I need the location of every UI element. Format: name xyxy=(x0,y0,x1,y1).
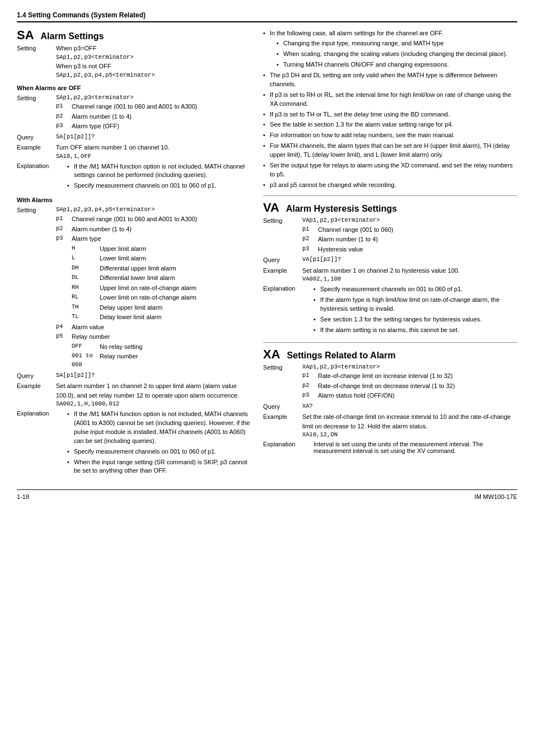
with-example-label: Example xyxy=(17,381,56,409)
with-param-p2: p2 Alarm number (1 to 4) xyxy=(56,225,252,234)
va-explanation-label: Explanation xyxy=(263,285,313,337)
sa-rb-8: Set the output type for relays to alarm … xyxy=(263,161,517,179)
off-param-p2: p2 Alarm number (1 to 4) xyxy=(56,112,252,122)
xa-code: XA xyxy=(263,348,280,361)
va-setting-row: Setting VAp1,p2,p3<terminator> p1 Channe… xyxy=(263,216,517,254)
with-expl-item-1: If the /M1 MATH function option is not i… xyxy=(67,410,252,446)
with-param-p1: p1 Channel range (001 to 060 and A001 to… xyxy=(56,214,252,224)
doc-id: IM MW100-17E xyxy=(475,493,517,500)
with-setting-row: Setting SAp1,p2,p3,p4,p5<terminator> p1 … xyxy=(17,206,252,370)
va-query-label: Query xyxy=(263,255,302,265)
sa-title: Alarm Settings xyxy=(41,31,104,41)
xa-explanation-row: Explanation Interval is set using the un… xyxy=(263,441,517,454)
sa-line4: SAp1,p2,p3,p4,p5<terminator> xyxy=(56,71,252,80)
xa-param-p3: p3 Alarm status hold (OFF/ON) xyxy=(302,391,517,400)
xa-explanation-content: Interval is set using the units of the m… xyxy=(313,441,517,454)
va-example-label: Example xyxy=(263,266,302,284)
xa-explanation-text: Interval is set using the units of the m… xyxy=(313,441,517,454)
sa-setting-row: Setting When p3=OFF SAp1,p2,p3<terminato… xyxy=(17,44,252,80)
with-example-content: Set alarm number 1 on channel 2 to upper… xyxy=(56,381,252,409)
off-expl-item-1: If the /M1 MATH function option is not i… xyxy=(67,162,252,180)
sa-rb-9: p3 and p5 cannot be changed while record… xyxy=(263,181,517,190)
va-title-row: VA Alarm Hysteresis Settings xyxy=(263,202,517,214)
va-expl-item-1: Specify measurement channels on 001 to 0… xyxy=(313,285,517,294)
sa-line3: When p3 is not OFF xyxy=(56,62,252,71)
off-example-text: Turn OFF alarm number 1 on channel 10. xyxy=(56,143,252,152)
page-number: 1-18 xyxy=(17,493,29,500)
xa-example-label: Example xyxy=(263,412,302,440)
xa-example-content: Set the rate-of-change limit on increase… xyxy=(302,412,517,440)
off-param-p3: p3 Alarm type (OFF) xyxy=(56,122,252,131)
sa-rb-5: See the table in section 1.3 for the ala… xyxy=(263,120,517,129)
va-title: Alarm Hysteresis Settings xyxy=(286,204,397,214)
off-setting-label: Setting xyxy=(17,94,56,132)
off-setting-mono: SAp1,p2,p3<terminator> xyxy=(56,94,252,102)
va-example-content: Set alarm number 1 on channel 2 to hyste… xyxy=(302,266,517,284)
xa-title-row: XA Settings Related to Alarm xyxy=(263,348,517,361)
sa-rb-3: If p3 is set to RH or RL, set the interv… xyxy=(263,91,517,109)
off-setting-content: SAp1,p2,p3<terminator> p1 Channel range … xyxy=(56,94,252,132)
off-explanation-list: If the /M1 MATH function option is not i… xyxy=(67,162,252,191)
xa-param-p1: p1 Rate-of-change limit on increase inte… xyxy=(302,371,517,381)
relay-off: OFF No relay setting xyxy=(72,342,252,352)
sa-rb-6: For information on how to add relay numb… xyxy=(263,131,517,140)
with-explanation-label: Explanation xyxy=(17,410,67,478)
sa-setting-content: When p3=OFF SAp1,p2,p3<terminator> When … xyxy=(56,44,252,80)
subtype-DL: DL Differential lower limit alarm xyxy=(72,273,252,283)
subtype-RL: RL Lower limit on rate-of-change alarm xyxy=(72,293,252,302)
page-footer: 1-18 IM MW100-17E xyxy=(17,489,517,500)
off-explanation-content: If the /M1 MATH function option is not i… xyxy=(67,162,252,193)
with-setting-mono: SAp1,p2,p3,p4,p5<terminator> xyxy=(56,206,252,214)
xa-example-mono: XA10,12,ON xyxy=(302,431,517,440)
with-query-mono: SA[p1[p2]]? xyxy=(56,371,252,381)
subtype-TH: TH Delay upper limit alarm xyxy=(72,303,252,312)
xa-setting-row: Setting XAp1,p2,p3<terminator> p1 Rate-o… xyxy=(263,363,517,401)
sa-code: SA xyxy=(17,29,34,41)
sa-rb-1a: Changing the input type, measuring range… xyxy=(270,39,517,48)
off-setting-row: Setting SAp1,p2,p3<terminator> p1 Channe… xyxy=(17,94,252,132)
subtype-RH: RH Upper limit on rate-of-change alarm xyxy=(72,283,252,293)
va-code: VA xyxy=(263,202,279,214)
va-param-p3: p3 Hysteresis value xyxy=(302,245,517,254)
xa-setting-label: Setting xyxy=(263,363,302,401)
xa-setting-content: XAp1,p2,p3<terminator> p1 Rate-of-change… xyxy=(302,363,517,401)
xa-title: Settings Related to Alarm xyxy=(287,351,396,361)
sa-rb-1-sub: Changing the input type, measuring range… xyxy=(270,39,517,69)
with-expl-item-3: When the input range setting (SR command… xyxy=(67,458,252,476)
sa-title-row: SA Alarm Settings xyxy=(17,29,252,41)
subtype-TL: TL Delay lower limit alarm xyxy=(72,312,252,322)
sa-line2: SAp1,p2,p3<terminator> xyxy=(56,53,252,62)
off-example-mono: SA10,1,OFF xyxy=(56,152,252,161)
off-explanation-label: Explanation xyxy=(17,162,67,193)
divider-2 xyxy=(263,342,517,343)
va-explanation-content: Specify measurement channels on 001 to 0… xyxy=(313,285,517,337)
off-expl-item-2: Specify measurement channels on 001 to 0… xyxy=(67,181,252,190)
with-explanation-row: Explanation If the /M1 MATH function opt… xyxy=(17,410,252,478)
divider-1 xyxy=(263,195,517,196)
with-param-p4: p4 Alarm value xyxy=(56,323,252,332)
relay-subtypes: OFF No relay setting 001 to 060 Relay nu… xyxy=(72,342,252,370)
xa-param-p2: p2 Rate-of-change limit on decrease inte… xyxy=(302,381,517,391)
subtype-L: L Lower limit alarm xyxy=(72,254,252,263)
va-param-p2: p2 Alarm number (1 to 4) xyxy=(302,235,517,244)
with-example-row: Example Set alarm number 1 on channel 2 … xyxy=(17,381,252,409)
with-alarms-title: With Alarms xyxy=(17,197,252,203)
with-explanation-content: If the /M1 MATH function option is not i… xyxy=(67,410,252,478)
right-column: In the following case, all alarm setting… xyxy=(263,29,517,478)
off-example-content: Turn OFF alarm number 1 on channel 10. S… xyxy=(56,143,252,161)
xa-explanation-label: Explanation xyxy=(263,441,313,454)
left-column: SA Alarm Settings Setting When p3=OFF SA… xyxy=(17,29,252,478)
sa-right-bullets: In the following case, all alarm setting… xyxy=(263,29,517,190)
off-example-label: Example xyxy=(17,143,56,161)
va-example-row: Example Set alarm number 1 on channel 2 … xyxy=(263,266,517,284)
va-example-mono: VA002,1,100 xyxy=(302,275,517,284)
with-param-p5: p5 Relay number xyxy=(56,332,252,342)
xa-query-label: Query xyxy=(263,402,302,412)
xa-example-row: Example Set the rate-of-change limit on … xyxy=(263,412,517,440)
off-query-mono: SA[p1[p2]]? xyxy=(56,133,252,142)
with-example-mono: SA002,1,H,1000,012 xyxy=(56,400,252,409)
page-header: 1.4 Setting Commands (System Related) xyxy=(17,11,517,22)
xa-setting-mono: XAp1,p2,p3<terminator> xyxy=(302,363,517,372)
va-example-text: Set alarm number 1 on channel 2 to hyste… xyxy=(302,266,517,276)
when-alarms-off-title: When Alarms are OFF xyxy=(17,85,252,91)
